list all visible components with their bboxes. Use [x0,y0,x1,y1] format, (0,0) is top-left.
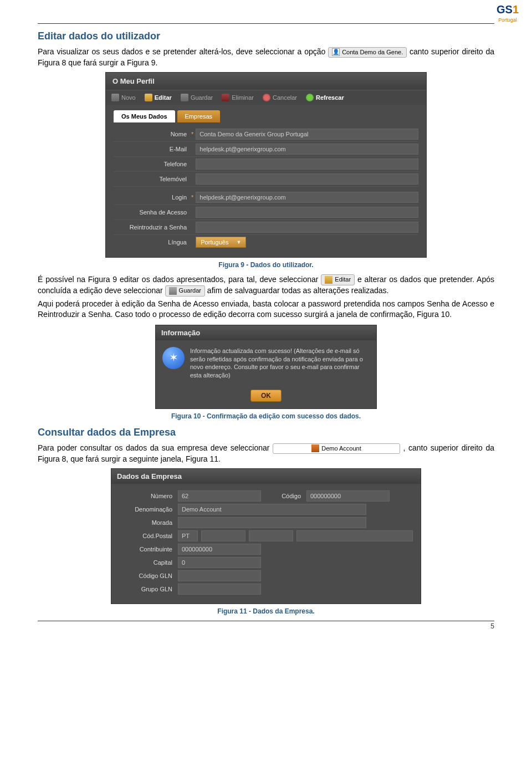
new-icon [111,94,119,101]
label-nome: Nome [114,131,191,137]
label-login: Login [114,194,191,201]
caption-figure-10: Figura 10 - Confirmação da edição com su… [38,412,494,420]
toolbar-new[interactable]: Novo [111,94,136,101]
gs1-logo: GS1 Portugal [497,3,519,23]
input-postal-1[interactable] [201,530,245,541]
delete-icon [222,94,229,101]
label-morada: Morada [119,519,175,526]
label-reintroduzir: Reintroduzir a Senha [114,224,191,231]
label-capital: Capital [119,559,175,566]
input-reintroduzir[interactable] [196,222,418,233]
dialog-title: Informação [156,325,376,340]
toolbar-save[interactable]: Guardar [181,94,213,101]
chip-account-menu[interactable]: 👤 Conta Demo da Gene. [328,47,407,58]
input-denominacao[interactable]: Demo Account [178,504,366,515]
toolbar-edit[interactable]: Editar [145,94,172,101]
label-telefone: Telefone [114,161,191,167]
figure-11-panel: Dados da Empresa Número 62 Código 000000… [111,468,421,604]
refresh-icon [306,94,314,101]
heading-company-data: Consultar dados da Empresa [38,427,494,438]
label-codigo-gln: Código GLN [119,572,175,579]
building-icon [311,444,319,452]
company-panel-title: Dados da Empresa [111,469,421,484]
input-capital[interactable]: 0 [178,557,261,568]
dialog-message: Informação actualizada com sucesso! (Alt… [190,347,370,380]
para-intro: Para visualizar os seus dados e se prete… [38,47,494,69]
top-rule [38,23,494,24]
toolbar-delete[interactable]: Eliminar [222,94,254,101]
save-icon [181,94,188,101]
chip-guardar[interactable]: Guardar [165,285,205,296]
label-email: E-Mail [114,146,191,152]
save-icon [169,287,177,295]
input-codigo-gln[interactable] [178,570,261,581]
input-numero[interactable]: 62 [178,490,261,502]
required-icon: * [191,131,196,137]
input-login[interactable]: helpdesk.pt@generixgroup.com [196,192,418,203]
toolbar-cancel[interactable]: Cancelar [263,94,297,101]
label-lingua: Língua [114,239,191,246]
edit-icon [325,276,332,284]
toolbar-refresh[interactable]: Refrescar [306,94,344,101]
input-postal-city[interactable] [296,530,413,541]
input-country[interactable]: PT [178,530,198,541]
input-senha[interactable] [196,207,418,218]
input-telemovel[interactable] [196,173,418,185]
edit-icon [145,94,152,101]
input-email[interactable]: helpdesk.pt@generixgroup.com [196,144,418,155]
page-number: 5 [38,622,494,630]
tab-my-data[interactable]: Os Meus Dados [114,110,175,122]
tab-companies[interactable]: Empresas [177,110,221,122]
input-postal-2[interactable] [249,530,293,541]
cancel-icon [263,94,270,101]
heading-edit-user: Editar dados do utilizador [38,30,494,42]
panel-title: O Meu Perfil [106,73,426,90]
required-icon: * [191,194,196,201]
para-company: Para poder consultar os dados da sua emp… [38,443,494,465]
label-grupo-gln: Grupo GLN [119,586,175,592]
para-edit-flow: É possível na Figura 9 editar os dados a… [38,274,494,296]
info-icon: ✶ [162,347,185,369]
input-codigo[interactable]: 000000000 [306,490,390,502]
label-numero: Número [119,493,175,499]
label-codpostal: Cód.Postal [119,533,175,539]
label-telemovel: Telemóvel [114,176,191,182]
label-senha: Senha de Acesso [114,209,191,216]
figure-10-dialog: Informação ✶ Informação actualizada com … [155,325,377,409]
chip-editar[interactable]: Editar [321,274,355,285]
toolbar: Novo Editar Guardar Eliminar Cancelar Re… [106,90,426,105]
user-icon: 👤 [332,48,340,56]
chevron-down-icon: ▼ [236,239,241,245]
input-grupo-gln[interactable] [178,584,261,595]
label-contribuinte: Contribuinte [119,546,175,553]
ok-button[interactable]: OK [250,390,282,402]
chip-company-menu[interactable]: Demo Account [273,443,400,454]
input-morada[interactable] [178,517,366,528]
caption-figure-9: Figura 9 - Dados do utilizador. [38,261,494,269]
input-telefone[interactable] [196,158,418,170]
caption-figure-11: Figura 11 - Dados da Empresa. [38,607,494,615]
select-lingua[interactable]: Português▼ [196,237,246,248]
input-contribuinte[interactable]: 000000000 [178,544,261,555]
input-nome[interactable]: Conta Demo da Generix Group Portugal [196,129,418,140]
figure-9-panel: O Meu Perfil Novo Editar Guardar Elimina… [105,72,427,258]
label-denominacao: Denominação [119,506,175,513]
para-password-note: Aqui poderá proceder à edição da Senha d… [38,299,494,320]
label-codigo: Código [264,493,303,499]
bottom-rule [38,621,494,621]
